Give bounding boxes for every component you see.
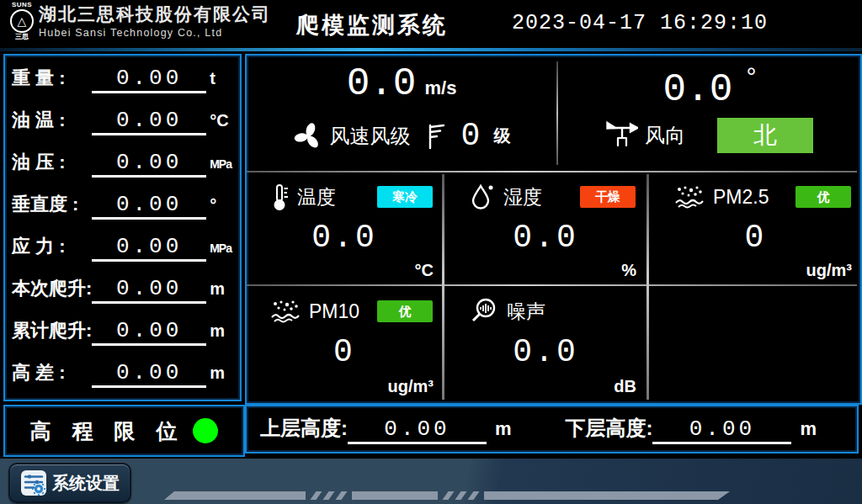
noise-label: 噪声 [507,299,545,325]
grid-divider-horizontal-2 [247,284,857,286]
reading-value: 0.00 [116,276,182,301]
wind-grade-flag-icon [426,122,446,151]
thermometer-icon [270,183,289,211]
reading-value: 0.00 [116,66,182,91]
pm25-label: PM2.5 [713,186,769,209]
reading-label: 油 温 : [12,108,92,133]
wind-vane-icon [606,121,638,150]
noise-cell: 噪声 0.0 dB [446,287,645,400]
reading-row-current-climb: 本次爬升: 0.00 m [12,276,235,304]
humidity-cell: 湿度 干燥 0.0 % [446,172,645,284]
lower-height-unit: m [800,418,817,440]
reading-label: 高 差 : [12,360,92,385]
wind-direction-label: 风向 [645,122,685,149]
pm25-cell: PM2.5 优 0 ug/m³ [651,172,860,284]
noise-meter-icon [470,297,498,326]
reading-unit: t [210,69,235,88]
footer-bar: 系统设置 [0,459,862,504]
upper-height-group: 上层高度: 0.00 m [260,415,512,444]
footer-stripes-decoration [164,491,730,500]
reading-value: 0.00 [116,234,182,259]
fan-icon [293,121,323,151]
system-settings-button[interactable]: 系统设置 [8,463,131,503]
settings-button-label: 系统设置 [52,472,120,495]
humidity-unit: % [621,261,636,280]
wind-speed-value: 0.0 [347,62,417,106]
noise-unit: dB [614,377,636,396]
grid-divider-vertical-2 [646,174,649,400]
pm25-unit: ug/m³ [806,261,852,280]
header-divider [0,48,862,51]
reading-value: 0.00 [116,360,182,385]
reading-row-height-diff: 高 差 : 0.00 m [12,360,235,388]
settings-sliders-gear-icon [20,470,47,496]
reading-unit: MPa [210,157,235,171]
reading-row-stress: 应 力 : 0.00 MPa [12,234,235,262]
environment-panel: 0.0m/s 风速风级 0 级 [245,54,862,405]
wind-direction-text-box: 北 [717,118,813,153]
noise-value: 0.0 [446,334,645,370]
reading-label: 重 量 : [12,66,92,91]
temperature-label: 温度 [297,184,336,210]
grid-divider-vertical-1 [442,174,444,400]
lower-height-group: 下层高度: 0.00 m [565,415,817,444]
reading-unit: m [210,321,235,341]
reading-unit: MPa [210,241,235,255]
dust-particles-icon [270,299,301,324]
water-drop-icon [470,183,495,211]
reading-row-total-climb: 累计爬升: 0.00 m [12,318,235,346]
logo-suns-text: SUNS [7,2,37,8]
temperature-status-badge: 寒冷 [377,186,433,208]
reading-row-oil-temp: 油 温 : 0.00 °C [12,108,235,135]
pm10-status-badge: 优 [377,300,433,322]
pm10-unit: ug/m³ [388,377,434,396]
reading-value: 0.00 [116,318,182,343]
pm25-status-badge: 优 [795,186,851,208]
lower-height-value: 0.00 [689,416,755,442]
reading-value: 0.00 [116,150,182,175]
wind-section-divider [556,61,558,165]
wind-direction-value: 0.0 [663,68,733,112]
logo-triangle-icon: △ [10,9,34,33]
elevation-status-indicator [193,418,218,443]
empty-cell [651,287,860,400]
monitoring-screen: SUNS △ 三思 湖北三思科技股份有限公司 Hubei Sansi Techn… [0,0,862,504]
wind-grade-unit: 级 [493,125,510,147]
reading-unit: m [210,363,235,383]
temperature-unit: °C [415,261,434,280]
wind-speed-unit: m/s [424,77,456,98]
humidity-status-badge: 干燥 [580,186,636,208]
page-title: 爬模监测系统 [296,10,448,40]
company-name: 湖北三思科技股份有限公司 Hubei Sansi Technology Co.,… [39,4,271,40]
level-heights-panel: 上层高度: 0.00 m 下层高度: 0.00 m [245,405,859,454]
wind-grade-value: 0 [461,118,481,154]
pm10-label: PM10 [309,300,359,323]
wind-speed-label: 风速风级 [330,123,411,150]
reading-value: 0.00 [116,108,182,133]
reading-unit: m [210,279,235,299]
reading-label: 本次爬升: [12,276,92,301]
elevation-limit-label: 高 程 限 位 [30,417,185,445]
reading-label: 油 压 : [12,150,92,175]
reading-row-verticality: 垂直度 : 0.00 ° [12,192,235,220]
wind-direction-section: 0.0° 风向 北 [559,56,860,170]
pm25-value: 0 [651,220,860,256]
pm10-value: 0 [247,334,442,370]
upper-height-unit: m [495,418,512,440]
reading-label: 累计爬升: [12,318,92,343]
company-name-cn: 湖北三思科技股份有限公司 [39,4,271,24]
reading-label: 应 力 : [12,234,92,259]
header: SUNS △ 三思 湖北三思科技股份有限公司 Hubei Sansi Techn… [0,0,862,48]
company-logo: SUNS △ 三思 [7,2,37,40]
reading-row-oil-pressure: 油 压 : 0.00 MPa [12,150,235,178]
wind-speed-section: 0.0m/s 风速风级 0 级 [247,56,556,170]
elevation-limit-panel: 高 程 限 位 [3,405,245,457]
wind-direction-degree-unit: ° [746,62,756,90]
logo-cn-text: 三思 [7,34,37,40]
reading-value: 0.00 [116,192,182,217]
upper-height-label: 上层高度: [260,415,348,442]
temperature-value: 0.0 [247,220,442,256]
reading-unit: ° [210,195,235,215]
temperature-cell: 温度 寒冷 0.0 °C [247,172,442,284]
reading-unit: °C [210,111,235,130]
